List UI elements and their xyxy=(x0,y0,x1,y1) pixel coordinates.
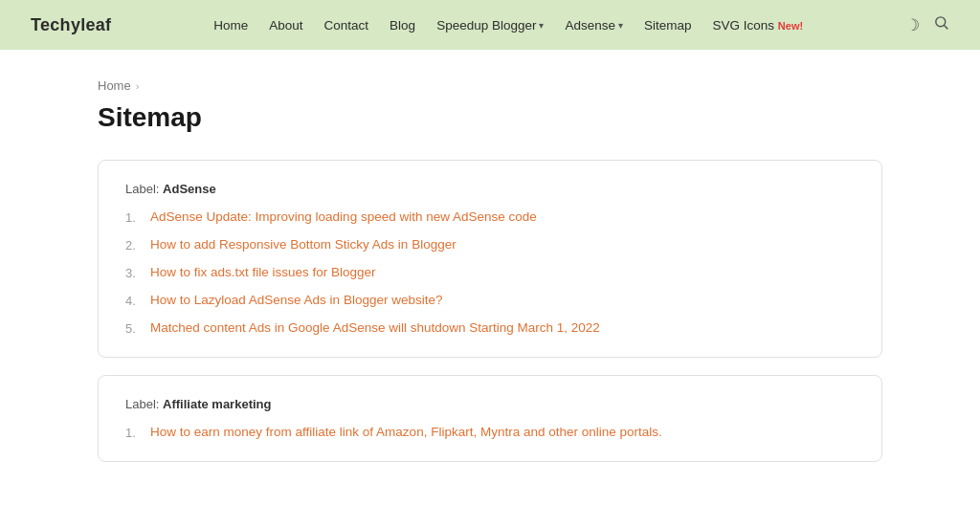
item-number: 1. xyxy=(125,425,143,440)
sitemap-card-1: Label: Affiliate marketing1.How to earn … xyxy=(98,375,882,462)
card-label-0: Label: AdSense xyxy=(125,182,855,196)
svg-line-1 xyxy=(945,26,947,29)
header-icons: ☽ xyxy=(905,14,949,35)
chevron-down-icon: ▾ xyxy=(618,20,623,31)
nav-link-blog[interactable]: Blog xyxy=(390,18,415,33)
item-number: 4. xyxy=(125,293,143,308)
item-number: 5. xyxy=(125,320,143,336)
list-item: 2.How to add Responsive Bottom Sticky Ad… xyxy=(125,237,855,252)
breadcrumb: Home › xyxy=(98,78,882,93)
list-item: 4.How to Lazyload AdSense Ads in Blogger… xyxy=(125,293,855,308)
moon-icon[interactable]: ☽ xyxy=(905,15,920,35)
svg-point-0 xyxy=(936,17,946,27)
search-icon[interactable] xyxy=(933,14,949,35)
nav-link-svg-icons[interactable]: SVG Icons New! xyxy=(713,18,804,33)
item-number: 1. xyxy=(125,209,143,225)
card-list-1: 1.How to earn money from affiliate link … xyxy=(125,425,855,440)
breadcrumb-separator: › xyxy=(136,80,140,92)
list-item: 5.Matched content Ads in Google AdSense … xyxy=(125,320,855,336)
main-nav: HomeAboutContactBlogSpeedup Blogger▾Adse… xyxy=(213,18,803,33)
nav-badge-new: New! xyxy=(778,20,803,32)
page-title: Sitemap xyxy=(98,102,882,133)
nav-dropdown-adsense[interactable]: Adsense▾ xyxy=(565,18,623,33)
sitemap-link[interactable]: How to fix ads.txt file issues for Blogg… xyxy=(150,265,376,279)
card-list-0: 1.AdSense Update: Improving loading spee… xyxy=(125,209,855,336)
nav-dropdown-speedup-blogger[interactable]: Speedup Blogger▾ xyxy=(436,18,544,33)
nav-link-about[interactable]: About xyxy=(269,18,302,33)
main-content: Home › Sitemap Label: AdSense1.AdSense U… xyxy=(78,50,902,505)
item-number: 2. xyxy=(125,237,143,252)
sitemap-link[interactable]: Matched content Ads in Google AdSense wi… xyxy=(150,320,600,335)
card-label-1: Label: Affiliate marketing xyxy=(125,397,855,411)
sitemap-link[interactable]: How to earn money from affiliate link of… xyxy=(150,425,662,439)
sitemap-card-0: Label: AdSense1.AdSense Update: Improvin… xyxy=(98,160,882,358)
site-logo[interactable]: Techyleaf xyxy=(31,15,111,35)
list-item: 3.How to fix ads.txt file issues for Blo… xyxy=(125,265,855,280)
nav-link-sitemap[interactable]: Sitemap xyxy=(644,18,692,33)
list-item: 1.AdSense Update: Improving loading spee… xyxy=(125,209,855,225)
sitemap-link[interactable]: AdSense Update: Improving loading speed … xyxy=(150,209,537,224)
breadcrumb-home[interactable]: Home xyxy=(98,78,131,93)
sitemap-cards: Label: AdSense1.AdSense Update: Improvin… xyxy=(98,160,882,462)
site-header: Techyleaf HomeAboutContactBlogSpeedup Bl… xyxy=(0,0,980,50)
item-number: 3. xyxy=(125,265,143,280)
sitemap-link[interactable]: How to Lazyload AdSense Ads in Blogger w… xyxy=(150,293,442,307)
nav-link-home[interactable]: Home xyxy=(213,18,248,33)
chevron-down-icon: ▾ xyxy=(539,20,544,31)
sitemap-link[interactable]: How to add Responsive Bottom Sticky Ads … xyxy=(150,237,457,252)
nav-link-contact[interactable]: Contact xyxy=(324,18,369,33)
list-item: 1.How to earn money from affiliate link … xyxy=(125,425,855,440)
